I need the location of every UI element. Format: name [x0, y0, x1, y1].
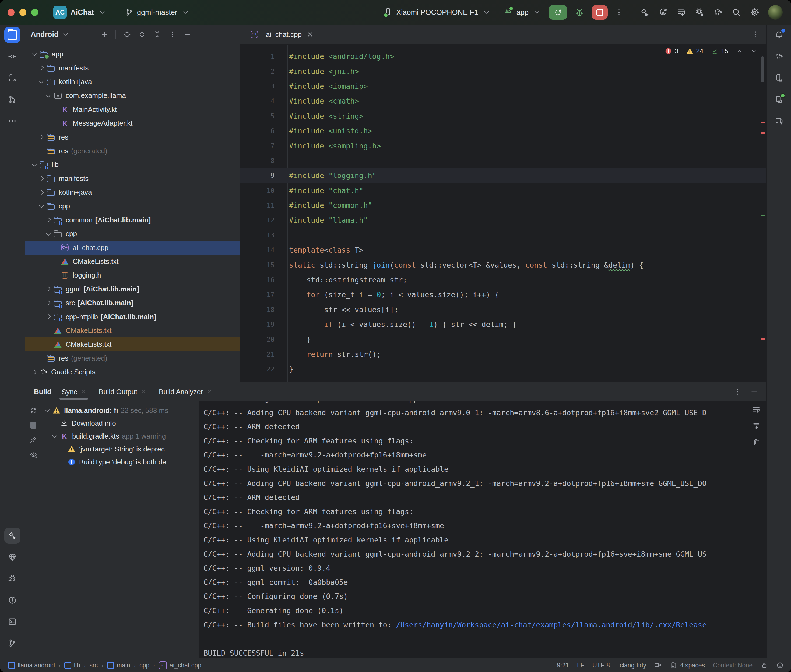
close-tab-icon[interactable] — [305, 30, 314, 39]
breadcrumb-item[interactable]: main — [107, 662, 130, 669]
code-style-icon[interactable] — [654, 661, 662, 669]
code-line[interactable]: 15static std::string join(const std::vec… — [240, 258, 766, 272]
pin-icon[interactable] — [29, 436, 37, 444]
inspections-status-icon[interactable] — [776, 661, 784, 669]
code-line[interactable]: 13 — [240, 228, 766, 243]
tree-row[interactable]: cpp — [25, 199, 239, 213]
build-tree-row[interactable]: build.gradle.ktsapp 1 warning — [42, 430, 199, 443]
build-tool-button[interactable] — [4, 528, 21, 544]
tree-chevron-icon[interactable] — [45, 299, 52, 307]
gradle-tool-button[interactable] — [771, 48, 787, 64]
locate-file-icon[interactable] — [123, 30, 131, 38]
more-actions-kebab[interactable] — [615, 8, 623, 17]
tree-row[interactable]: cpp-httplib[AiChat.lib.main] — [25, 310, 239, 323]
context-status[interactable]: Context: None — [713, 662, 752, 669]
show-details-icon[interactable] — [29, 451, 37, 459]
tree-row[interactable]: cpp — [25, 227, 239, 241]
tree-chevron-icon[interactable] — [45, 313, 52, 320]
clang-tidy-status[interactable]: .clang-tidy — [618, 662, 646, 669]
build-tab-build-output[interactable]: Build Output — [94, 382, 151, 401]
tree-row[interactable]: lib — [25, 158, 239, 171]
code-line[interactable]: 4#include <cmath> — [240, 94, 766, 108]
structure-tool-button[interactable] — [4, 70, 21, 86]
code-line[interactable]: 18 str << values[i]; — [240, 302, 766, 317]
run-configuration-selector[interactable]: app — [504, 7, 542, 18]
user-avatar[interactable] — [768, 5, 783, 20]
tree-chevron-icon[interactable] — [45, 286, 52, 293]
tree-chevron-icon[interactable] — [38, 189, 45, 196]
tree-row[interactable]: kotlin+java — [25, 186, 239, 199]
build-tab-build-analyzer[interactable]: Build Analyzer — [154, 382, 217, 401]
build-output-path-link[interactable]: /Users/hanyin/Workspace/ai-chat/examples… — [396, 621, 706, 629]
code-line[interactable]: 19 if (i < values.size() - 1) { str << d… — [240, 317, 766, 332]
build-project-button[interactable] — [640, 8, 650, 17]
code-line[interactable]: 14template<class T> — [240, 243, 766, 258]
build-tab-sync[interactable]: Sync — [57, 382, 91, 401]
code-line[interactable]: 6#include <unistd.h> — [240, 123, 766, 138]
device-manager-tool-button[interactable] — [771, 70, 787, 86]
recent-actions-button[interactable] — [677, 8, 686, 17]
gemini-chat-tool-button[interactable] — [771, 113, 787, 129]
line-separator[interactable]: LF — [577, 662, 584, 669]
panel-options-kebab[interactable] — [168, 30, 176, 38]
code-line[interactable]: 5#include <string> — [240, 109, 766, 123]
previous-problem-icon[interactable] — [736, 48, 743, 54]
tree-row[interactable]: src[AiChat.lib.main] — [25, 296, 239, 310]
gradle-sync-button[interactable] — [713, 8, 723, 17]
close-window-button[interactable] — [8, 9, 14, 16]
tree-row[interactable]: ai_chat.cpp — [25, 241, 239, 254]
device-selector[interactable]: Xiaomi POCOPHONE F1 — [384, 7, 491, 18]
tree-chevron-icon[interactable] — [30, 51, 38, 58]
clear-console-icon[interactable] — [752, 438, 761, 446]
code-line[interactable]: 3#include <iomanip> — [240, 79, 766, 94]
tree-chevron-icon[interactable] — [30, 162, 38, 168]
build-variants-tool-button[interactable] — [4, 549, 21, 565]
code-line[interactable]: 7#include <sampling.h> — [240, 138, 766, 153]
vcs-branch-selector[interactable]: ggml-master — [125, 8, 190, 17]
close-tab-icon[interactable] — [207, 389, 212, 394]
fullscreen-window-button[interactable] — [31, 9, 38, 16]
breadcrumb-item[interactable]: lib — [64, 662, 80, 669]
version-control-tool-button[interactable] — [4, 635, 21, 651]
tree-row[interactable]: common[AiChat.lib.main] — [25, 213, 239, 227]
code-line[interactable]: 2#include <jni.h> — [240, 64, 766, 78]
tree-row[interactable]: MainActivity.kt — [25, 103, 239, 117]
project-selector[interactable]: AC AiChat — [53, 6, 107, 19]
stop-sync-icon[interactable] — [30, 422, 36, 429]
code-editor[interactable]: 1#include <android/log.h>2#include <jni.… — [240, 45, 766, 382]
file-encoding[interactable]: UTF-8 — [592, 662, 610, 669]
editor-options-kebab[interactable] — [751, 30, 759, 39]
breadcrumb-item[interactable]: cpp — [140, 662, 149, 669]
code-line[interactable]: 16 std::ostringstream str; — [240, 272, 766, 287]
editor-scrollbar[interactable] — [761, 56, 764, 82]
tree-chevron-icon[interactable] — [38, 64, 45, 72]
hide-build-panel-icon[interactable] — [750, 387, 759, 396]
tree-chevron-icon[interactable] — [51, 433, 58, 440]
tree-row[interactable]: CMakeLists.txt — [25, 324, 239, 338]
tree-chevron-icon[interactable] — [45, 230, 52, 237]
tree-row[interactable]: res(generated) — [25, 144, 239, 158]
scroll-to-end-icon[interactable] — [752, 422, 761, 430]
apply-changes-button[interactable] — [658, 8, 668, 17]
build-tree-row[interactable]: Download info — [42, 417, 199, 430]
notifications-bell-icon[interactable] — [771, 27, 787, 43]
project-tool-button[interactable] — [4, 27, 21, 43]
build-tree-row[interactable]: llama.android: fi22 sec, 583 ms — [42, 404, 199, 417]
inspections-widget[interactable]: 3 24 15 — [664, 47, 757, 55]
tree-row[interactable]: Gradle Scripts — [25, 365, 239, 379]
tree-row[interactable]: res(generated) — [25, 352, 239, 365]
tree-row[interactable]: app — [25, 47, 239, 61]
search-everywhere-button[interactable] — [732, 8, 741, 17]
stop-button[interactable] — [592, 5, 608, 20]
code-line[interactable]: 22} — [240, 362, 766, 376]
tree-chevron-icon[interactable] — [43, 407, 51, 414]
build-options-kebab[interactable] — [733, 387, 742, 396]
collapse-all-icon[interactable] — [153, 30, 161, 38]
tree-chevron-icon[interactable] — [45, 216, 52, 224]
tree-chevron-icon[interactable] — [38, 78, 45, 85]
tree-chevron-icon[interactable] — [45, 92, 52, 99]
tree-row[interactable]: MessageAdapter.kt — [25, 117, 239, 130]
settings-button[interactable] — [750, 8, 759, 17]
commit-tool-button[interactable] — [4, 48, 21, 64]
code-line[interactable]: 11#include "common.h" — [240, 198, 766, 213]
